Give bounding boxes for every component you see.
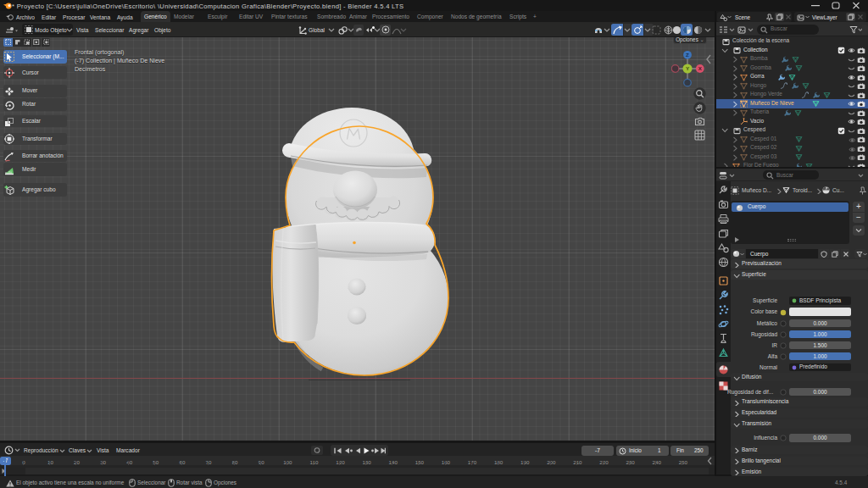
svg-text:Z: Z	[686, 52, 689, 58]
